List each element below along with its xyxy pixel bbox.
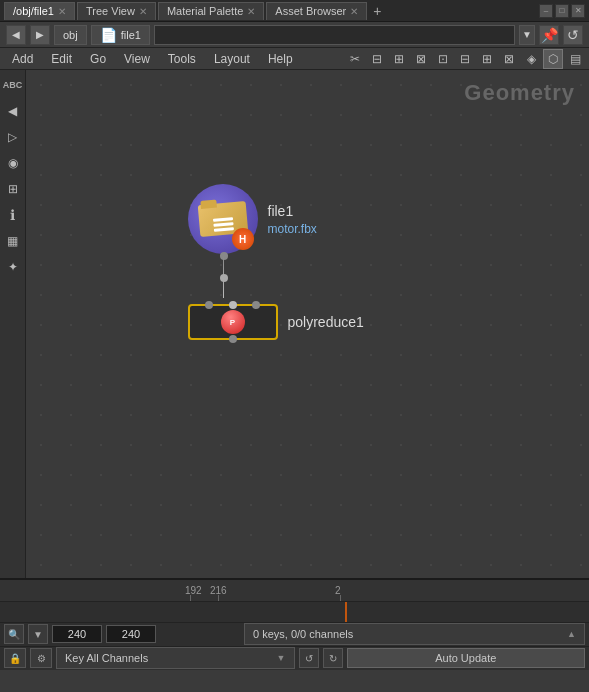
file1-name: file1 — [268, 203, 317, 219]
timeline-track[interactable] — [0, 602, 589, 624]
address-dropdown[interactable]: ▼ — [519, 25, 535, 45]
search-button[interactable]: 🔍 — [4, 624, 24, 644]
conn-dot-top — [220, 252, 228, 260]
input-dot-3 — [252, 301, 260, 309]
node-file1[interactable]: H file1 motor.fbx — [188, 184, 364, 254]
add-tab-button[interactable]: + — [369, 3, 385, 19]
redo-button[interactable]: ↻ — [323, 648, 343, 668]
back-button[interactable]: ◀ — [6, 25, 26, 45]
reload-button[interactable]: ↺ — [563, 25, 583, 45]
left-sidebar: ABC ◀ ▷ ◉ ⊞ ℹ ▦ ✦ — [0, 70, 26, 578]
ruler-tick-2 — [218, 595, 219, 601]
ruler-tick-1 — [190, 595, 191, 601]
undo-button[interactable]: ↺ — [299, 648, 319, 668]
expand-icon[interactable]: ▲ — [567, 629, 576, 639]
playhead — [345, 602, 347, 623]
file-icon: 📄 — [100, 27, 117, 43]
input-dot-2 — [229, 301, 237, 309]
houdini-logo-icon: H — [232, 228, 254, 250]
sidebar-info-icon[interactable]: ℹ — [2, 204, 24, 226]
sidebar-grid-icon[interactable]: ⊞ — [2, 178, 24, 200]
polyreduce1-output — [229, 335, 237, 343]
layout-icon-1[interactable]: ⊟ — [367, 49, 387, 69]
polyreduce1-icon: P — [221, 310, 245, 334]
layout-icon-7[interactable]: ⊠ — [499, 49, 519, 69]
file1-icon[interactable]: H — [188, 184, 258, 254]
sidebar-forward-icon[interactable]: ▷ — [2, 126, 24, 148]
key-channels-dropdown-icon: ▼ — [277, 653, 286, 663]
tab-close-icon[interactable]: ✕ — [58, 6, 66, 17]
forward-button[interactable]: ▶ — [30, 25, 50, 45]
flag-icon[interactable]: ⬡ — [543, 49, 563, 69]
menu-add[interactable]: Add — [4, 50, 41, 68]
sidebar-location-icon[interactable]: ◉ — [2, 152, 24, 174]
auto-update-button[interactable]: Auto Update — [347, 648, 586, 668]
tab-obj-file1[interactable]: /obj/file1 ✕ — [4, 2, 75, 20]
window-controls: – □ ✕ — [539, 4, 585, 18]
node-container: H file1 motor.fbx — [188, 184, 364, 340]
auto-update-row: 🔒 ⚙ Key All Channels ▼ ↺ ↻ Auto Update — [0, 647, 589, 670]
menu-tools[interactable]: Tools — [160, 50, 204, 68]
path-file[interactable]: 📄 file1 — [91, 25, 150, 45]
geometry-label: Geometry — [464, 80, 575, 106]
layout-icon-4[interactable]: ⊡ — [433, 49, 453, 69]
key-channels-label: Key All Channels — [65, 652, 148, 664]
key-channels-row: 🔍 ▼ 240 240 0 keys, 0/0 channels ▲ — [0, 623, 589, 646]
layout-icon-6[interactable]: ⊞ — [477, 49, 497, 69]
frame-end-input[interactable]: 240 — [106, 625, 156, 643]
ruler-tick-3 — [340, 595, 341, 601]
path-file-label: file1 — [121, 29, 141, 41]
bottom-area: 192 216 2 🔍 ▼ 240 240 0 keys, 0/0 channe… — [0, 578, 589, 670]
input-dot-1 — [205, 301, 213, 309]
sidebar-tile-icon[interactable]: ▦ — [2, 230, 24, 252]
key-count-display: 0 keys, 0/0 channels ▲ — [244, 623, 585, 645]
timeline-right-controls: 0 keys, 0/0 channels ▲ — [240, 623, 589, 645]
tab-label: Material Palette — [167, 5, 243, 17]
node-polyreduce1[interactable]: P polyreduce1 — [188, 304, 364, 340]
address-input[interactable] — [154, 25, 515, 45]
auto-update-label: Auto Update — [435, 652, 496, 664]
key-count-text: 0 keys, 0/0 channels — [253, 628, 353, 640]
minimize-button[interactable]: – — [539, 4, 553, 18]
tab-material-palette[interactable]: Material Palette ✕ — [158, 2, 264, 20]
path-obj[interactable]: obj — [54, 25, 87, 45]
next-key-icon[interactable]: ⚙ — [30, 648, 52, 668]
menu-edit[interactable]: Edit — [43, 50, 80, 68]
ruler-label-192: 192 — [185, 585, 202, 596]
pin-button[interactable]: 📌 — [539, 25, 559, 45]
file1-subname: motor.fbx — [268, 222, 317, 236]
tab-close-icon[interactable]: ✕ — [139, 6, 147, 17]
layout-icon-5[interactable]: ⊟ — [455, 49, 475, 69]
main-area: ABC ◀ ▷ ◉ ⊞ ℹ ▦ ✦ Geometry H file1 motor… — [0, 70, 589, 578]
menu-layout[interactable]: Layout — [206, 50, 258, 68]
list-icon[interactable]: ▤ — [565, 49, 585, 69]
layout-icon-3[interactable]: ⊠ — [411, 49, 431, 69]
tab-close-icon[interactable]: ✕ — [350, 6, 358, 17]
timeline-ruler: 192 216 2 — [0, 580, 589, 602]
close-button[interactable]: ✕ — [571, 4, 585, 18]
layout-icon-2[interactable]: ⊞ — [389, 49, 409, 69]
sidebar-star-icon[interactable]: ✦ — [2, 256, 24, 278]
node-view[interactable]: Geometry H file1 motor.fbx — [26, 70, 589, 578]
menu-go[interactable]: Go — [82, 50, 114, 68]
menu-view[interactable]: View — [116, 50, 158, 68]
polyreduce1-box[interactable]: P — [188, 304, 278, 340]
dropdown-anim-btn[interactable]: ▼ — [28, 624, 48, 644]
snap-icon[interactable]: ✂ — [345, 49, 365, 69]
key-all-channels-button[interactable]: Key All Channels ▼ — [56, 647, 295, 669]
menu-help[interactable]: Help — [260, 50, 301, 68]
color-icon[interactable]: ◈ — [521, 49, 541, 69]
file1-label: file1 motor.fbx — [268, 203, 317, 236]
address-bar: ◀ ▶ obj 📄 file1 ▼ 📌 ↺ — [0, 22, 589, 48]
tab-tree-view[interactable]: Tree View ✕ — [77, 2, 156, 20]
tab-label: /obj/file1 — [13, 5, 54, 17]
tab-close-icon[interactable]: ✕ — [247, 6, 255, 17]
tab-asset-browser[interactable]: Asset Browser ✕ — [266, 2, 367, 20]
sidebar-back-icon[interactable]: ◀ — [2, 100, 24, 122]
frame-start-input[interactable]: 240 — [52, 625, 102, 643]
path-obj-label: obj — [63, 29, 78, 41]
polyreduce1-label: polyreduce1 — [288, 314, 364, 330]
prev-key-icon[interactable]: 🔒 — [4, 648, 26, 668]
sidebar-abc-icon[interactable]: ABC — [2, 74, 24, 96]
maximize-button[interactable]: □ — [555, 4, 569, 18]
